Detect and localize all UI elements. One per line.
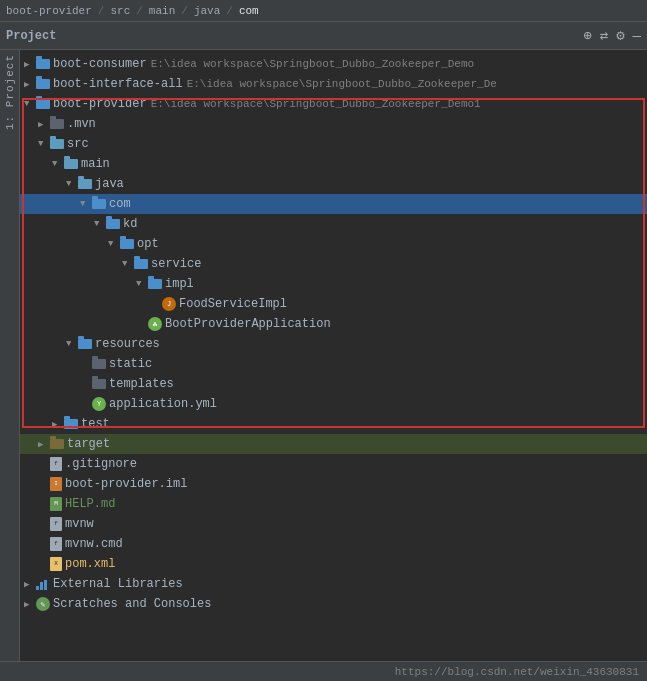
tree-item-mvn[interactable]: .mvn	[20, 114, 647, 134]
generic-file-icon: f	[50, 517, 62, 531]
external-libraries-icon	[36, 578, 50, 590]
label-test: test	[81, 417, 110, 431]
tree-item-boot-provider-iml[interactable]: Iboot-provider.iml	[20, 474, 647, 494]
label-mvn: .mvn	[67, 117, 96, 131]
tree-item-BootProviderApplication[interactable]: ☘BootProviderApplication	[20, 314, 647, 334]
tree-item-pom-xml[interactable]: Xpom.xml	[20, 554, 647, 574]
arrow-main[interactable]	[52, 159, 64, 169]
minimize-icon[interactable]: —	[633, 28, 641, 44]
arrow-com[interactable]	[80, 199, 92, 209]
tree-item-mvnw[interactable]: fmvnw	[20, 514, 647, 534]
label-boot-consumer: boot-consumer	[53, 57, 147, 71]
label-boot-interface-all: boot-interface-all	[53, 77, 183, 91]
bottom-bar: https://blog.csdn.net/weixin_43630831	[0, 661, 647, 681]
tree-item-java[interactable]: java	[20, 174, 647, 194]
arrow-mvn[interactable]	[38, 119, 50, 130]
breadcrumb-item-5[interactable]: com	[239, 5, 259, 17]
label-service: service	[151, 257, 201, 271]
tree-item-impl[interactable]: impl	[20, 274, 647, 294]
external-libraries-label: External Libraries	[53, 577, 183, 591]
tree-item-HELP-md[interactable]: MHELP.md	[20, 494, 647, 514]
scratches-label: Scratches and Consoles	[53, 597, 211, 611]
breadcrumb-item-2[interactable]: src	[110, 5, 130, 17]
arrow-impl[interactable]	[136, 279, 148, 289]
project-tree[interactable]: boot-consumer E:\idea workspace\Springbo…	[20, 50, 647, 681]
project-side-label[interactable]: 1: Project	[4, 54, 16, 130]
label-main: main	[81, 157, 110, 171]
label-pom-xml: pom.xml	[65, 557, 115, 571]
tree-item-mvnw-cmd[interactable]: fmvnw.cmd	[20, 534, 647, 554]
path-hint-boot-consumer: E:\idea workspace\Springboot_Dubbo_Zooke…	[151, 58, 474, 70]
arrow-service[interactable]	[122, 259, 134, 269]
label-boot-provider: boot-provider	[53, 97, 147, 111]
arrow-boot-interface-all[interactable]	[24, 79, 36, 90]
breadcrumb-item-4[interactable]: java	[194, 5, 220, 17]
tree-item-external-libraries[interactable]: External Libraries	[20, 574, 647, 594]
java-class-icon: J	[162, 297, 176, 311]
generic-file-icon: f	[50, 537, 62, 551]
folder-icon	[78, 179, 92, 189]
folder-icon	[120, 239, 134, 249]
yml-file-icon: Y	[92, 397, 106, 411]
label-boot-provider-iml: boot-provider.iml	[65, 477, 187, 491]
tree-item-boot-provider[interactable]: boot-provider E:\idea workspace\Springbo…	[20, 94, 647, 114]
arrow-external-libraries[interactable]	[24, 579, 36, 590]
label-target: target	[67, 437, 110, 451]
module-icon	[36, 59, 50, 69]
arrow-test[interactable]	[52, 419, 64, 430]
path-hint-boot-provider: E:\idea workspace\Springboot_Dubbo_Zooke…	[151, 98, 481, 110]
folder-icon	[78, 339, 92, 349]
label-java: java	[95, 177, 124, 191]
url-label: https://blog.csdn.net/weixin_43630831	[395, 666, 639, 678]
folder-icon	[106, 219, 120, 229]
tree-item-kd[interactable]: kd	[20, 214, 647, 234]
folder-icon	[64, 159, 78, 169]
label-resources: resources	[95, 337, 160, 351]
label-gitignore: .gitignore	[65, 457, 137, 471]
tree-item-service[interactable]: service	[20, 254, 647, 274]
svg-rect-2	[44, 580, 47, 590]
tree-item-boot-consumer[interactable]: boot-consumer E:\idea workspace\Springbo…	[20, 54, 647, 74]
tree-item-templates[interactable]: templates	[20, 374, 647, 394]
tree-item-test[interactable]: test	[20, 414, 647, 434]
arrow-target[interactable]	[38, 439, 50, 450]
tree-item-main[interactable]: main	[20, 154, 647, 174]
arrow-java[interactable]	[66, 179, 78, 189]
folder-target-icon	[50, 439, 64, 449]
breadcrumb-item-1[interactable]: boot-provider	[6, 5, 92, 17]
arrow-kd[interactable]	[94, 219, 106, 229]
folder-dark-icon	[92, 379, 106, 389]
tree-item-com[interactable]: com	[20, 194, 647, 214]
arrow-opt[interactable]	[108, 239, 120, 249]
folder-dark-icon	[92, 359, 106, 369]
tree-item-scratches[interactable]: ✎Scratches and Consoles	[20, 594, 647, 614]
tree-item-target[interactable]: target	[20, 434, 647, 454]
generic-file-icon: f	[50, 457, 62, 471]
breadcrumb-item-3[interactable]: main	[149, 5, 175, 17]
tree-item-resources[interactable]: resources	[20, 334, 647, 354]
tree-item-FoodServiceImpl[interactable]: JFoodServiceImpl	[20, 294, 647, 314]
tree-item-src[interactable]: src	[20, 134, 647, 154]
tree-item-application-yml[interactable]: Yapplication.yml	[20, 394, 647, 414]
spring-boot-icon: ☘	[148, 317, 162, 331]
add-icon[interactable]: ⊕	[583, 27, 591, 44]
tree-item-boot-interface-all[interactable]: boot-interface-all E:\idea workspace\Spr…	[20, 74, 647, 94]
md-file-icon: M	[50, 497, 62, 511]
label-kd: kd	[123, 217, 137, 231]
sync-icon[interactable]: ⇄	[600, 27, 608, 44]
arrow-resources[interactable]	[66, 339, 78, 349]
gear-icon[interactable]: ⚙	[616, 27, 624, 44]
svg-rect-0	[36, 586, 39, 590]
label-static: static	[109, 357, 152, 371]
tree-item-opt[interactable]: opt	[20, 234, 647, 254]
tree-item-gitignore[interactable]: f.gitignore	[20, 454, 647, 474]
arrow-boot-provider[interactable]	[24, 99, 36, 109]
xml-file-icon: X	[50, 557, 62, 571]
tree-item-static[interactable]: static	[20, 354, 647, 374]
arrow-src[interactable]	[38, 139, 50, 149]
label-mvnw-cmd: mvnw.cmd	[65, 537, 123, 551]
arrow-boot-consumer[interactable]	[24, 59, 36, 70]
panel-label: Project	[6, 29, 56, 43]
folder-dark-icon	[50, 119, 64, 129]
arrow-scratches[interactable]	[24, 599, 36, 610]
